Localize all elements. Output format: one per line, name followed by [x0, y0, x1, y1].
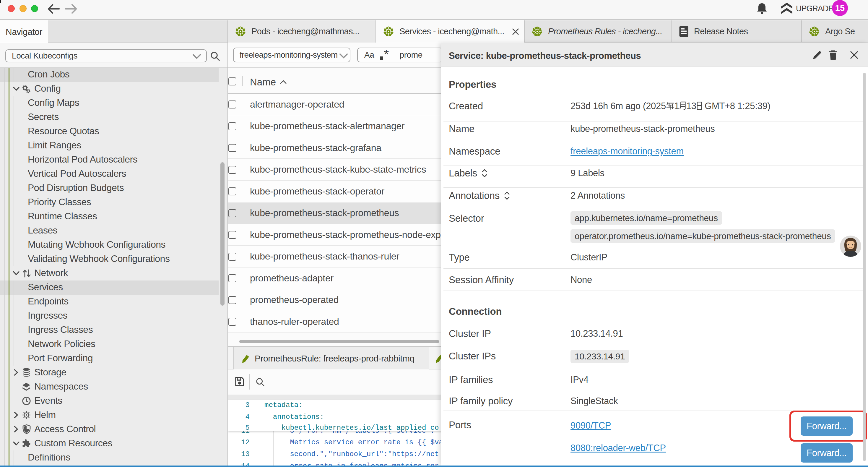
svg-text:*: *: [384, 50, 389, 60]
